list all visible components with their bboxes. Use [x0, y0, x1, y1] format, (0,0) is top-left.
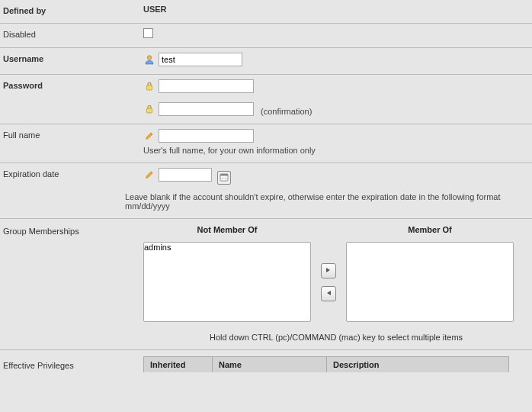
pencil-icon [143, 169, 155, 181]
svg-rect-2 [147, 108, 152, 113]
arrow-left-icon [325, 289, 332, 298]
calendar-icon [220, 172, 229, 183]
remove-from-member-button[interactable] [321, 286, 336, 301]
privileges-table: Inherited Name Description [143, 356, 509, 372]
not-member-heading: Not Member Of [143, 225, 311, 234]
password-confirm-text: (confirmation) [261, 107, 312, 116]
list-item[interactable]: admins [144, 243, 310, 253]
privileges-label: Effective Privileges [3, 356, 140, 370]
expiration-label: Expiration date [3, 168, 140, 179]
arrow-right-icon [325, 266, 332, 275]
disabled-label: Disabled [3, 28, 140, 39]
password-label: Password [3, 79, 140, 90]
expiration-hint: Leave blank if the account shouldn't exp… [125, 192, 529, 211]
username-input[interactable] [159, 53, 242, 66]
privileges-col-inherited[interactable]: Inherited [144, 357, 213, 373]
lock-icon [143, 103, 155, 115]
groups-hint: Hold down CTRL (pc)/COMMAND (mac) key to… [143, 333, 529, 342]
privileges-col-description[interactable]: Description [327, 357, 509, 373]
add-to-member-button[interactable] [321, 263, 336, 278]
not-member-listbox[interactable]: admins [143, 242, 311, 322]
fullname-hint: User's full name, for your own informati… [143, 146, 529, 155]
password-input[interactable] [159, 79, 254, 93]
username-label: Username [3, 53, 140, 63]
expiration-input[interactable] [159, 168, 212, 182]
lock-icon [143, 80, 155, 92]
svg-point-0 [147, 56, 151, 60]
groups-label: Group Memberships [3, 225, 140, 236]
fullname-input[interactable] [159, 129, 254, 143]
calendar-button[interactable] [217, 171, 231, 185]
user-icon [143, 53, 155, 66]
password-confirm-input[interactable] [159, 102, 254, 116]
defined-by-value: USER [143, 5, 529, 14]
member-listbox[interactable] [346, 242, 514, 322]
pencil-icon [143, 130, 155, 142]
privileges-col-name[interactable]: Name [213, 357, 327, 373]
disabled-checkbox[interactable] [143, 28, 153, 38]
fullname-label: Full name [3, 129, 140, 140]
member-heading: Member Of [346, 225, 514, 234]
svg-rect-1 [147, 85, 152, 90]
defined-by-label: Defined by [3, 5, 140, 15]
svg-rect-4 [220, 174, 228, 176]
